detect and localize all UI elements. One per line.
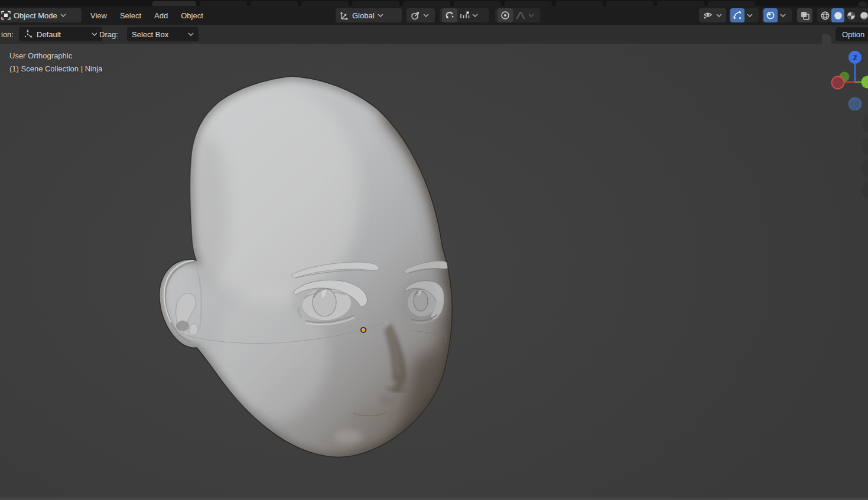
chevron-down-icon[interactable] [780,14,786,17]
workspace-tab[interactable] [200,1,247,6]
falloff-curve-icon[interactable] [515,11,526,20]
drag-dropdown[interactable]: Select Box [127,27,199,41]
visibility-dropdown[interactable] [699,8,726,22]
chevron-down-icon [472,14,478,17]
workspace-tab[interactable] [251,1,298,6]
snapping-group [440,8,489,22]
transformation-value: Default [37,30,88,39]
snap-magnet-icon [445,11,454,20]
chevron-down-icon [60,14,66,17]
visibility-eye-icon [703,11,713,20]
transform-orientation-dropdown[interactable]: Global [336,8,402,22]
workspace-tabs-strip [0,0,868,6]
chevron-down-icon[interactable] [747,14,753,17]
object-mode-icon [1,11,11,20]
menu-object[interactable]: Object [174,6,210,25]
viewport-3d[interactable]: User Orthographic (1) Scene Collection |… [0,44,868,500]
gizmo-group [729,8,759,22]
menu-bar: View Select Add Object [84,6,210,25]
proportional-edit-group [495,8,540,22]
chevron-down-icon [92,32,97,36]
drag-label: Drag: [99,25,118,44]
material-shading-button[interactable] [844,8,857,22]
toggle-xray-icon [800,11,810,21]
options-label: Option [842,30,864,39]
workspace-tab[interactable] [454,1,501,6]
show-gizmos-toggle[interactable] [730,8,745,22]
chevron-down-icon [423,14,429,17]
show-overlays-toggle[interactable] [763,8,778,22]
pan-button[interactable] [862,138,868,155]
workspace-tab-active[interactable] [152,1,196,6]
workspace-tab[interactable] [708,1,755,6]
show-overlays-icon [766,11,775,20]
transform-orientation-label: Global [352,11,375,20]
camera-view-button[interactable] [862,159,868,177]
menu-view[interactable]: View [84,6,113,25]
snap-toggle-button[interactable] [442,8,457,22]
chevron-down-icon [378,14,383,17]
show-gizmo-icon [733,11,742,20]
chevron-down-icon [716,14,722,17]
solid-shading-button[interactable] [831,8,844,22]
wireframe-shading-button[interactable] [818,8,831,22]
viewport-header: Object Mode View Select Add Object Globa… [0,6,868,25]
menu-select[interactable]: Select [113,6,148,25]
wireframe-shading-icon [820,11,830,21]
workspace-tab[interactable] [352,1,399,6]
transform-orientation-icon [339,11,349,21]
snap-with-dropdown[interactable] [460,11,478,20]
drag-value: Select Box [132,30,184,39]
perspective-toggle-button[interactable] [862,181,868,199]
overlays-group [762,8,792,22]
rendered-shading-button[interactable] [857,8,868,22]
toggle-xray-button[interactable] [797,8,812,22]
proportional-editing-toggle[interactable] [498,8,513,22]
context-breadcrumb: (1) Scene Collection | Ninja [9,63,102,76]
shading-mode-group [817,8,868,22]
zoom-button[interactable] [862,115,868,133]
workspace-tab[interactable] [301,1,349,6]
viewport-overlay-text: User Orthographic (1) Scene Collection |… [9,50,102,76]
axis-z-neg-ball[interactable] [849,98,862,110]
head-model[interactable] [148,59,479,472]
mode-dropdown-label: Object Mode [14,11,57,20]
tool-settings-bar: ion: Default Drag: Select Box Option [0,25,868,44]
chevron-down-icon [188,32,194,36]
view-name-label: User Orthographic [9,50,102,63]
workspace-tab[interactable] [555,1,603,6]
axis-gizmo[interactable]: Z [826,46,868,111]
transformation-icon [24,30,33,39]
transformation-dropdown[interactable]: Default [19,27,102,41]
solid-shading-icon [833,11,843,21]
proportional-editing-icon [500,11,510,20]
chevron-down-icon [528,14,534,17]
material-shading-icon [846,11,856,21]
rendered-shading-icon [859,11,868,21]
axis-y-pos-ball[interactable] [862,76,868,89]
axis-z-label: Z [853,54,857,61]
workspace-tab[interactable] [606,1,654,6]
pivot-point-dropdown[interactable] [407,8,435,22]
workspace-tab[interactable] [657,1,704,6]
transformation-label: ion: [1,25,14,44]
pivot-point-icon [410,11,420,21]
options-dropdown[interactable]: Option [836,27,868,41]
snap-increments-icon [460,11,470,20]
menu-add[interactable]: Add [148,6,174,25]
region-corner [822,34,831,44]
mode-dropdown[interactable]: Object Mode [0,8,82,22]
eye-far [399,279,447,323]
workspace-tab[interactable] [505,1,552,6]
status-bar-edge [0,498,868,500]
workspace-tab[interactable] [403,1,450,6]
axis-x-neg-ball[interactable] [832,77,844,89]
